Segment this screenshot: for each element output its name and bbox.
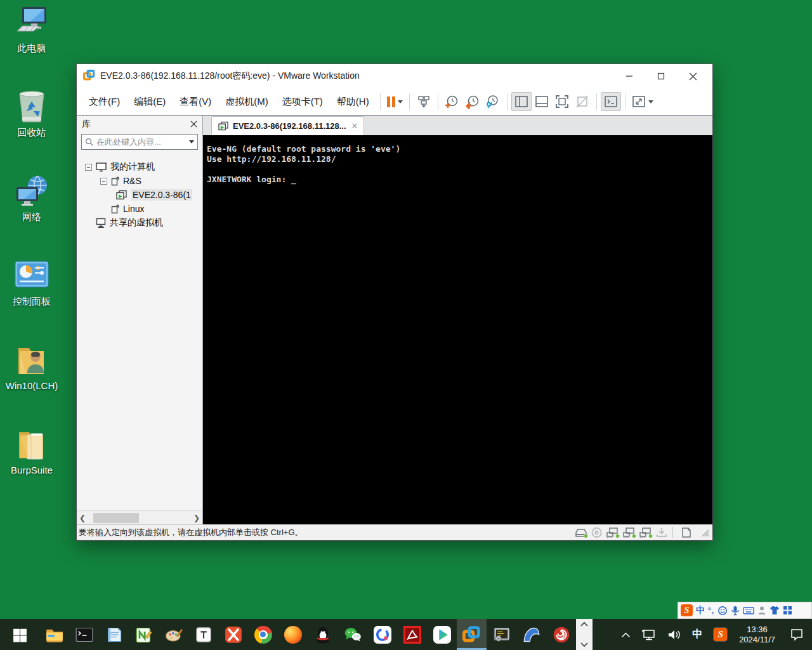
scroll-right-icon[interactable]: ❯: [191, 514, 202, 522]
tray-network-icon[interactable]: [636, 619, 662, 650]
taskbar-app-paint[interactable]: [159, 619, 188, 650]
library-search-input[interactable]: [96, 137, 187, 147]
taskbar-app-acrobat-reader[interactable]: [397, 619, 427, 650]
minimize-button[interactable]: [613, 64, 645, 88]
cd-rom-device-icon[interactable]: [591, 527, 603, 538]
taskbar-app-notepad[interactable]: [99, 619, 129, 650]
taskbar-app-qq[interactable]: [308, 619, 337, 650]
scrollbar-track[interactable]: [88, 513, 191, 523]
desktop-icon-burpsuite-folder[interactable]: BurpSuite: [3, 426, 61, 510]
message-log-icon[interactable]: [681, 527, 692, 538]
computer-icon: [96, 162, 107, 172]
tray-sogou-icon[interactable]: S: [708, 619, 733, 650]
taskbar-app-vmware-workstation[interactable]: [457, 619, 487, 650]
toggle-library-button[interactable]: [511, 92, 532, 111]
taskbar-app-firefox[interactable]: [278, 619, 308, 650]
snapshot-revert-icon: [465, 95, 480, 109]
sogou-logo-icon[interactable]: S: [681, 604, 693, 616]
ime-punctuation-toggle[interactable]: °,: [708, 606, 714, 615]
menu-vm[interactable]: 虚拟机(M): [218, 91, 275, 112]
tray-ime-indicator[interactable]: 中: [686, 619, 708, 650]
snapshot-manager-button[interactable]: [483, 92, 503, 111]
desktop-icon-this-pc[interactable]: 此电脑: [3, 4, 61, 88]
desktop-icon-network[interactable]: 网络: [3, 173, 61, 257]
taskbar-app-xmind[interactable]: [218, 619, 248, 650]
windows-logo-icon: [12, 627, 28, 642]
scrollbar-thumb[interactable]: [93, 513, 139, 523]
stretch-guest-button[interactable]: [629, 92, 656, 111]
desktop-icon-control-panel[interactable]: 控制面板: [3, 257, 61, 342]
ime-mode-chinese[interactable]: 中: [696, 605, 705, 616]
desktop-icon-label: 回收站: [18, 127, 46, 139]
send-ctrl-alt-del-button[interactable]: [414, 92, 434, 111]
emoji-icon[interactable]: [717, 606, 728, 616]
microphone-icon[interactable]: [731, 606, 740, 616]
toolbox-grid-icon[interactable]: [783, 606, 792, 615]
tree-item-eve-vm[interactable]: EVE2.0.3-86(1: [77, 188, 202, 202]
tree-item-rs-folder[interactable]: R&S: [77, 174, 202, 188]
tray-clock[interactable]: 13:36 2024/11/7: [733, 625, 782, 645]
taskbar-app-wechat[interactable]: [337, 619, 367, 650]
documents-folder-icon: [14, 426, 49, 463]
vmware-tools-icon[interactable]: [655, 527, 668, 538]
scroll-down-icon[interactable]: [580, 642, 588, 647]
taskbar-app-notepad-plus-plus[interactable]: [129, 619, 159, 650]
menu-tabs[interactable]: 选项卡(T): [275, 91, 330, 112]
scroll-left-icon[interactable]: ❮: [77, 514, 88, 522]
console-view-button[interactable]: [601, 92, 621, 111]
taskbar-app-tencent-meeting[interactable]: [367, 619, 397, 650]
take-snapshot-button[interactable]: [442, 92, 462, 111]
power-pause-button[interactable]: [384, 92, 405, 111]
toggle-thumbnail-bar-button[interactable]: [532, 92, 552, 111]
taskbar-app-chrome[interactable]: [248, 619, 278, 650]
taskbar-app-snail[interactable]: [546, 619, 576, 650]
vm-console-screen[interactable]: Eve-NG (default root password is 'eve') …: [203, 135, 712, 524]
taskbar-app-typora[interactable]: [188, 619, 218, 650]
library-horizontal-scrollbar[interactable]: ❮ ❯: [77, 510, 202, 524]
taskbar-scroll-strip[interactable]: [576, 619, 593, 650]
taskbar-app-command-prompt[interactable]: [69, 619, 99, 650]
collapse-icon[interactable]: [85, 164, 92, 171]
skin-shirt-icon[interactable]: [769, 606, 780, 615]
action-center-button[interactable]: [782, 619, 812, 650]
revert-snapshot-button[interactable]: [462, 92, 483, 111]
unity-mode-button[interactable]: [572, 92, 593, 111]
vm-tab-eve[interactable]: EVE2.0.3-86(192.168.11.128... ✕: [211, 116, 364, 135]
tree-item-linux-folder[interactable]: Linux: [77, 202, 202, 216]
menu-edit[interactable]: 编辑(E): [127, 91, 173, 112]
library-close-icon[interactable]: [190, 121, 197, 128]
taskbar-app-securecrt[interactable]: [487, 619, 516, 650]
hard-disk-device-icon[interactable]: [575, 527, 587, 538]
maximize-button[interactable]: [645, 64, 677, 88]
tray-show-hidden-icons[interactable]: [615, 619, 636, 650]
desktop-icon-label: BurpSuite: [11, 465, 53, 475]
collapse-icon[interactable]: [100, 178, 107, 185]
library-search-box[interactable]: [81, 134, 198, 150]
user-profile-icon[interactable]: [757, 606, 766, 615]
network-adapter-3-icon[interactable]: [639, 527, 652, 538]
start-button[interactable]: [0, 619, 39, 650]
desktop-icon-recycle-bin[interactable]: 回收站: [3, 88, 61, 173]
taskbar-app-tencent-video[interactable]: [427, 619, 457, 650]
network-adapter-1-icon[interactable]: [606, 527, 619, 538]
taskbar-app-file-explorer[interactable]: [39, 619, 69, 650]
resize-grip[interactable]: [700, 528, 709, 537]
toolbar-separator: [409, 93, 410, 110]
desktop-icon-label: 控制面板: [13, 296, 51, 308]
network-adapter-2-icon[interactable]: [622, 527, 636, 538]
scroll-up-icon[interactable]: [580, 621, 588, 627]
keyboard-icon[interactable]: [743, 606, 754, 615]
tencent-meeting-icon: [374, 626, 391, 644]
menu-view[interactable]: 查看(V): [173, 91, 218, 112]
tray-volume-icon[interactable]: [662, 619, 686, 650]
close-button[interactable]: [677, 64, 709, 88]
taskbar-app-wireshark[interactable]: [516, 619, 546, 650]
desktop-icon-win10-folder[interactable]: Win10(LCH): [3, 342, 61, 426]
fullscreen-button[interactable]: [552, 92, 572, 111]
window-titlebar[interactable]: EVE2.0.3-86(192.168.11.128/root密码:eve) -…: [77, 64, 712, 88]
menu-help[interactable]: 帮助(H): [330, 91, 376, 112]
tree-item-shared-vms[interactable]: 共享的虚拟机: [77, 216, 202, 230]
tab-close-icon[interactable]: ✕: [351, 122, 358, 130]
tree-item-my-computer[interactable]: 我的计算机: [77, 160, 202, 174]
menu-file[interactable]: 文件(F): [82, 91, 127, 112]
